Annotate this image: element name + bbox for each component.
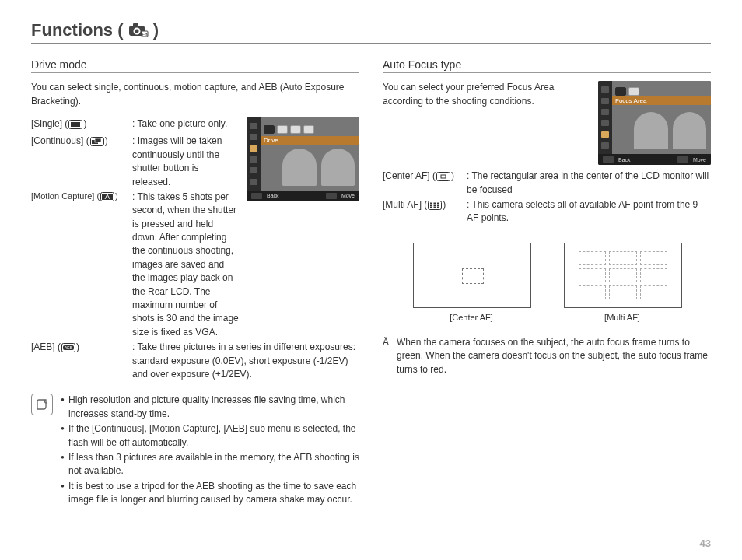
def-motion-capture: [Motion Capture] () This takes 5 shots p… bbox=[31, 191, 239, 339]
note-item: If less than 3 pictures are available in… bbox=[61, 451, 359, 478]
continuous-shot-icon bbox=[90, 137, 104, 150]
drive-mode-intro: You can select single, continuous, motio… bbox=[31, 81, 359, 108]
def-desc: Take one picture only. bbox=[132, 117, 239, 131]
right-column: Auto Focus type bbox=[383, 58, 711, 508]
screenshot-people bbox=[282, 149, 355, 186]
svg-rect-10 bbox=[95, 138, 101, 142]
def-aeb: [AEB] (AEB) Take three pictures in a ser… bbox=[31, 341, 359, 381]
move-label: Move bbox=[693, 157, 706, 163]
sidebar-dot bbox=[250, 134, 257, 140]
af-figures: [Center AF] [Multi AF] bbox=[383, 243, 711, 322]
af-definitions: [Center AF] () The rectangular area in t… bbox=[383, 170, 711, 226]
center-af-rect bbox=[462, 268, 484, 284]
def-desc: This camera selects all of available AF … bbox=[467, 198, 711, 226]
screenshot-sidebar bbox=[598, 81, 612, 154]
def-term: [Multi AF] () bbox=[383, 198, 467, 214]
multi-af-diagram bbox=[564, 243, 682, 308]
multi-af-grid bbox=[579, 251, 667, 299]
note-item: It is best to use a tripod for the AEB s… bbox=[61, 480, 359, 507]
svg-rect-25 bbox=[430, 206, 432, 208]
drive-option-icon bbox=[290, 125, 301, 134]
sidebar-dot bbox=[601, 98, 609, 104]
def-term: [Single] () bbox=[31, 117, 132, 133]
drive-option-icon bbox=[264, 125, 275, 134]
drive-option-icon bbox=[277, 125, 288, 134]
menu-key-icon bbox=[251, 193, 262, 199]
af-note-text: When the camera focuses on the subject, … bbox=[397, 336, 711, 376]
svg-rect-24 bbox=[437, 205, 439, 206]
sidebar-dot-active bbox=[601, 131, 609, 138]
def-term: [Center AF] () bbox=[383, 170, 467, 185]
svg-text:Fn: Fn bbox=[142, 32, 148, 37]
drive-options-row bbox=[264, 125, 314, 134]
af-intro-block: Focus Area Back Move You can select your… bbox=[383, 81, 711, 170]
camera-fn-icon: Fn bbox=[128, 21, 149, 41]
def-term: [Motion Capture] () bbox=[31, 191, 132, 205]
sidebar-dot bbox=[601, 120, 609, 126]
note-box: High resolution and picture quality incr… bbox=[31, 394, 359, 508]
page-number: 43 bbox=[700, 537, 711, 549]
def-term: [Continuous] () bbox=[31, 135, 132, 150]
svg-rect-27 bbox=[437, 206, 439, 208]
af-type-screenshot: Focus Area Back Move bbox=[598, 81, 711, 165]
sidebar-dot bbox=[250, 156, 257, 163]
svg-rect-23 bbox=[434, 205, 436, 206]
sidebar-dot-active bbox=[250, 145, 257, 152]
def-center-af: [Center AF] () The rectangular area in t… bbox=[383, 170, 711, 197]
def-desc: The rectangular area in the center of th… bbox=[467, 170, 711, 197]
af-option-icon bbox=[628, 87, 639, 96]
page-title: Functions ( Fn ) bbox=[31, 20, 711, 44]
def-desc: This takes 5 shots per second, when the … bbox=[132, 191, 239, 339]
def-desc: Images will be taken continuously until … bbox=[132, 135, 239, 189]
svg-rect-1 bbox=[133, 23, 138, 27]
sidebar-dot bbox=[601, 142, 609, 149]
title-suffix: ) bbox=[153, 20, 159, 40]
svg-rect-19 bbox=[430, 202, 432, 204]
def-term: [AEB] (AEB) bbox=[31, 341, 132, 356]
back-label: Back bbox=[618, 157, 631, 163]
center-af-figure: [Center AF] bbox=[413, 243, 530, 322]
svg-rect-20 bbox=[434, 202, 436, 204]
screenshot-sidebar bbox=[247, 117, 261, 191]
screenshot-banner: Drive bbox=[261, 136, 359, 145]
note-item: High resolution and picture quality incr… bbox=[61, 394, 359, 421]
svg-rect-16 bbox=[437, 173, 450, 181]
screenshot-banner: Focus Area bbox=[612, 96, 711, 105]
drive-mode-body: Drive Back Move [Single] () Take one pic… bbox=[31, 117, 359, 383]
move-label: Move bbox=[341, 193, 355, 198]
svg-rect-21 bbox=[437, 202, 439, 204]
note-item: If the [Continuous], [Motion Capture], [… bbox=[61, 422, 359, 450]
screenshot-footer: Back Move bbox=[598, 154, 711, 165]
af-note: Ä When the camera focuses on the subject… bbox=[383, 336, 711, 376]
multi-af-icon bbox=[428, 201, 442, 214]
screenshot-footer: Back Move bbox=[247, 191, 359, 201]
sidebar-dot bbox=[250, 123, 257, 129]
center-af-diagram bbox=[413, 243, 531, 308]
sidebar-dot bbox=[601, 109, 609, 115]
drive-option-icon bbox=[303, 125, 314, 134]
back-label: Back bbox=[267, 193, 279, 198]
sidebar-dot bbox=[601, 86, 609, 93]
def-continuous: [Continuous] () Images will be taken con… bbox=[31, 135, 239, 189]
note-symbol: Ä bbox=[383, 336, 397, 376]
aeb-icon: AEB bbox=[61, 343, 75, 356]
single-shot-icon bbox=[68, 120, 82, 133]
def-single: [Single] () Take one picture only. bbox=[31, 117, 239, 133]
left-column: Drive mode You can select single, contin… bbox=[31, 58, 359, 508]
af-option-icon bbox=[615, 87, 626, 96]
af-options-row bbox=[615, 87, 639, 96]
drive-mode-screenshot: Drive Back Move bbox=[247, 117, 359, 201]
svg-rect-26 bbox=[434, 206, 436, 208]
motion-capture-icon bbox=[100, 192, 114, 205]
def-multi-af: [Multi AF] () This camera selects all of… bbox=[383, 198, 711, 226]
svg-rect-22 bbox=[430, 205, 432, 206]
center-af-caption: [Center AF] bbox=[413, 313, 530, 322]
center-af-icon bbox=[436, 172, 450, 185]
sidebar-dot bbox=[250, 167, 257, 173]
svg-point-3 bbox=[135, 30, 138, 33]
title-prefix: Functions ( bbox=[31, 20, 124, 40]
dpad-icon bbox=[677, 156, 688, 163]
svg-text:AEB: AEB bbox=[65, 345, 73, 350]
columns: Drive mode You can select single, contin… bbox=[31, 58, 711, 508]
sidebar-dot bbox=[250, 179, 257, 185]
